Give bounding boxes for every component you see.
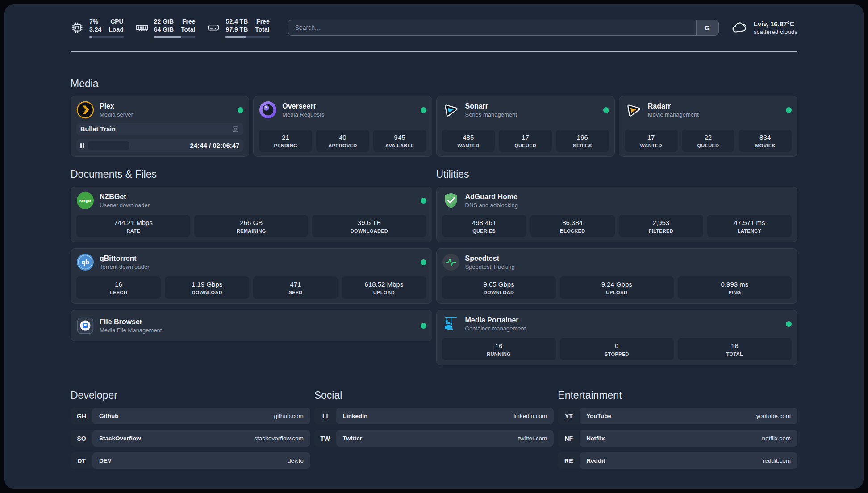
bookmark-twitter[interactable]: TW Twittertwitter.com <box>314 430 554 447</box>
app-desc: Torrent downloader <box>100 263 149 270</box>
nzbget-icon: nzbget <box>76 192 94 209</box>
memory-values: 22 GiB64 GiB <box>154 17 174 33</box>
bookmark-abbr: TW <box>314 435 336 442</box>
app-card-speedtest[interactable]: Speedtest Speedtest Tracking 9.65 GbpsDO… <box>436 248 798 304</box>
cpu-labels: CPULoad <box>108 17 123 33</box>
portainer-icon <box>442 315 460 333</box>
stat-tile: 9.24 GbpsUPLOAD <box>560 276 674 299</box>
stat-tile: 17WANTED <box>625 130 678 152</box>
status-dot <box>238 107 243 113</box>
bookmark-stackoverflow[interactable]: SO StackOverflowstackoverflow.com <box>71 430 310 447</box>
app-name: Plex <box>100 102 133 110</box>
stat-tile: 498,461QUERIES <box>442 215 526 237</box>
app-card-plex[interactable]: Plex Media server Bullet Train 24:44 / 0… <box>71 96 249 157</box>
bookmark-github[interactable]: GH Githubgithub.com <box>71 408 310 424</box>
bookmark-name: Github <box>99 413 119 419</box>
search-input[interactable] <box>288 20 696 35</box>
bookmark-name: Twitter <box>343 435 362 442</box>
app-desc: Media server <box>100 111 133 118</box>
weather-widget: Lviv, 16.87°C scattered clouds <box>730 19 797 37</box>
app-card-nzbget[interactable]: nzbget NZBGet Usenet downloader 744.21 M… <box>71 187 432 242</box>
app-card-portainer[interactable]: Media Portainer Container management 16R… <box>436 310 798 365</box>
stat-tile: 40APPROVED <box>316 130 369 152</box>
stat-tile: 1.19 GbpsDOWNLOAD <box>165 276 249 299</box>
app-name: qBittorrent <box>100 254 149 263</box>
stat-tile: 9.65 GbpsDOWNLOAD <box>442 276 556 299</box>
disk-progress-bar <box>225 36 269 38</box>
filebrowser-icon <box>76 317 94 334</box>
app-name: Media Portainer <box>465 316 526 324</box>
stat-tile: 744.21 MbpsRATE <box>76 215 190 237</box>
app-card-filebrowser[interactable]: File Browser Media File Management <box>71 310 432 341</box>
bookmark-url: youtube.com <box>756 413 791 419</box>
status-dot <box>421 323 426 329</box>
bookmark-url: linkedin.com <box>513 413 547 419</box>
bookmark-name: Netflix <box>586 435 605 442</box>
stat-tile: 16LEECH <box>76 276 161 299</box>
stat-tile: 0.993 msPING <box>678 276 792 299</box>
app-name: AdGuard Home <box>465 192 518 201</box>
bookmark-url: github.com <box>274 413 304 419</box>
bookmark-url: stackoverflow.com <box>254 435 303 442</box>
cpu-widget: 7%3.24 CPULoad <box>71 17 124 38</box>
bookmark-youtube[interactable]: YT YouTubeyoutube.com <box>558 408 797 424</box>
section-title-media: Media <box>71 78 797 90</box>
disk-values: 52.4 TB97.9 TB <box>225 17 248 33</box>
stat-tile: 834MOVIES <box>739 130 792 152</box>
app-card-adguard[interactable]: AdGuard Home DNS and adblocking 498,461Q… <box>436 187 798 242</box>
playback-elapsed-pill <box>88 141 129 150</box>
bookmark-url: twitter.com <box>518 435 547 442</box>
status-dot <box>603 107 609 113</box>
bookmark-netflix[interactable]: NF Netflixnetflix.com <box>558 430 797 447</box>
stat-tile: 86,384BLOCKED <box>530 215 615 237</box>
app-desc: Speedtest Tracking <box>465 263 515 270</box>
disk-icon <box>207 21 220 34</box>
qbittorrent-icon: qb <box>76 253 94 271</box>
bookmark-url: dev.to <box>288 457 304 464</box>
stat-tile: 16TOTAL <box>678 338 792 360</box>
app-card-sonarr[interactable]: Sonarr Series management 485WANTED 17QUE… <box>436 96 615 157</box>
app-desc: Movie management <box>648 111 699 118</box>
app-name: Overseerr <box>282 102 324 110</box>
bookmark-name: StackOverflow <box>99 435 141 442</box>
speedtest-icon <box>442 253 460 271</box>
google-search-button[interactable]: G <box>696 20 718 35</box>
pause-icon[interactable] <box>80 143 84 148</box>
app-card-qbittorrent[interactable]: qb qBittorrent Torrent downloader 16LEEC… <box>71 248 432 304</box>
search-bar: G <box>288 20 719 36</box>
app-name: Sonarr <box>465 102 517 110</box>
stat-tile: 22QUEUED <box>682 130 735 152</box>
bookmark-linkedin[interactable]: LI LinkedInlinkedin.com <box>314 408 554 424</box>
cloud-icon <box>730 19 748 37</box>
disk-widget: 52.4 TB97.9 TB FreeTotal <box>207 17 269 38</box>
section-title-utilities: Utilities <box>436 168 798 180</box>
topbar-divider <box>71 51 797 52</box>
app-name: File Browser <box>100 318 162 326</box>
section-title-social: Social <box>314 389 554 401</box>
bookmark-abbr: NF <box>558 435 580 442</box>
status-dot <box>786 107 792 113</box>
overseerr-icon <box>259 101 277 119</box>
google-icon: G <box>705 24 710 32</box>
stat-tile: 618.52 MbpsUPLOAD <box>342 276 426 299</box>
bookmark-dev[interactable]: DT DEVdev.to <box>71 452 310 469</box>
weather-location-temp: Lviv, 16.87°C <box>754 20 797 28</box>
stat-tile: 471SEED <box>253 276 338 299</box>
weather-condition: scattered clouds <box>754 29 797 35</box>
video-camera-icon <box>232 125 239 133</box>
stat-tile: 266 GBREMAINING <box>194 215 308 237</box>
cpu-progress-bar <box>89 36 124 38</box>
playback-time: 24:44 / 02:06:47 <box>190 142 239 149</box>
stat-tile: 39.6 TBDOWNLOADED <box>312 215 426 237</box>
bookmark-abbr: DT <box>71 457 92 464</box>
disk-labels: FreeTotal <box>255 17 269 33</box>
section-title-entertainment: Entertainment <box>558 389 797 401</box>
app-desc: Usenet downloader <box>100 202 150 209</box>
app-card-radarr[interactable]: Radarr Movie management 17WANTED 22QUEUE… <box>619 96 797 157</box>
app-desc: Media File Management <box>100 327 162 334</box>
app-card-overseerr[interactable]: Overseerr Media Requests 21PENDING 40APP… <box>253 96 432 157</box>
bookmark-abbr: YT <box>558 413 580 420</box>
bookmark-reddit[interactable]: RE Redditreddit.com <box>558 452 797 469</box>
section-title-documents: Documents & Files <box>71 168 432 180</box>
status-dot <box>421 198 426 204</box>
